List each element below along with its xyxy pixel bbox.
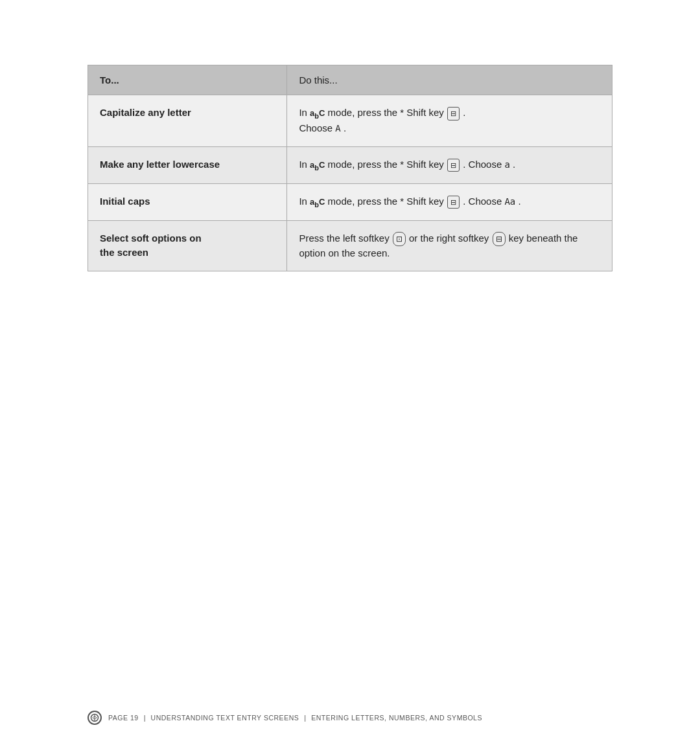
table-row: Make any letter lowercase In abC mode, p… [88,146,612,183]
abc-mode-text: abC [310,196,325,207]
do-cell: Press the left softkey ⊡ or the right so… [287,220,612,271]
do-cell: In abC mode, press the * Shift key ⊟ . C… [287,183,612,220]
shift-key-icon: ⊟ [447,196,460,209]
logo-icon [90,713,99,722]
footer-page-number: PAGE 19 [108,714,139,722]
choose-A: A [335,123,340,133]
to-label: Capitalize any letter [100,107,191,118]
footer-section1: UNDERSTANDING TEXT ENTRY SCREENS [151,714,299,722]
to-label: Make any letter lowercase [100,159,220,170]
do-description: Press the left softkey ⊡ or the right so… [299,233,578,258]
to-cell: Capitalize any letter [88,95,287,147]
choose-a: a [504,159,509,170]
do-description: In abC mode, press the * Shift key ⊟ . C… [299,159,515,170]
do-cell: In abC mode, press the * Shift key ⊟ . C… [287,146,612,183]
abc-mode-text: abC [310,107,325,118]
left-softkey-icon: ⊡ [393,232,406,246]
right-softkey-icon: ⊟ [493,232,506,246]
shift-key-icon: ⊟ [447,159,460,172]
footer-divider-2: | [304,714,306,722]
to-label: Initial caps [100,196,150,207]
table-row: Capitalize any letter In abC mode, press… [88,95,612,147]
do-description: In abC mode, press the * Shift key ⊟ .Ch… [299,107,465,133]
col-to-header: To... [88,65,287,95]
col-do-header: Do this... [287,65,612,95]
table-row: Initial caps In abC mode, press the * Sh… [88,183,612,220]
choose-Aa: Aa [504,196,515,207]
page-content: To... Do this... Capitalize any letter I… [0,0,700,323]
reference-table: To... Do this... Capitalize any letter I… [88,65,612,271]
to-cell: Initial caps [88,183,287,220]
do-description: In abC mode, press the * Shift key ⊟ . C… [299,196,520,207]
table-header-row: To... Do this... [88,65,612,95]
footer-section2: ENTERING LETTERS, NUMBERS, AND SYMBOLS [311,714,482,722]
to-cell: Select soft options onthe screen [88,220,287,271]
table-row: Select soft options onthe screen Press t… [88,220,612,271]
shift-key-icon: ⊟ [447,107,460,120]
abc-mode-text: abC [310,159,325,170]
footer-logo [88,711,102,725]
footer-divider-1: | [144,714,146,722]
to-cell: Make any letter lowercase [88,146,287,183]
do-cell: In abC mode, press the * Shift key ⊟ .Ch… [287,95,612,147]
footer: PAGE 19 | UNDERSTANDING TEXT ENTRY SCREE… [0,711,700,725]
to-label: Select soft options onthe screen [100,233,202,258]
